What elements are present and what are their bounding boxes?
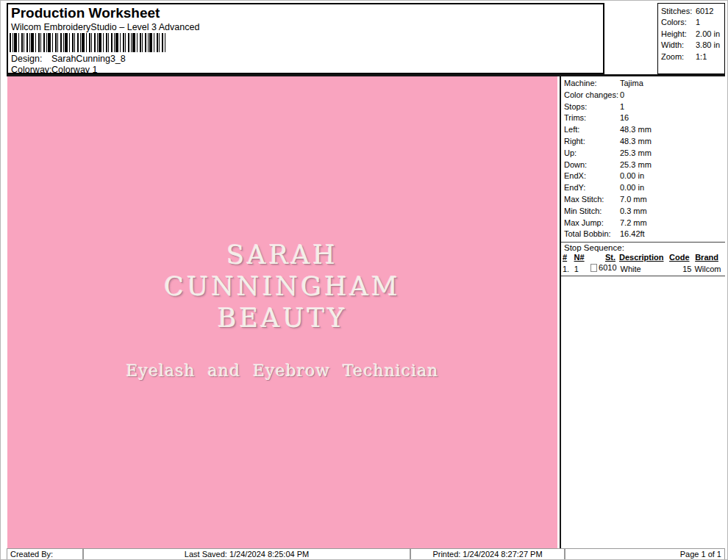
col-header-needle: N# <box>574 253 590 263</box>
machine-row-value: 0 <box>620 90 624 101</box>
stat-label: Zoom: <box>661 51 696 62</box>
page-title: Production Worksheet <box>11 5 160 21</box>
machine-row-label: Left: <box>564 124 620 136</box>
production-worksheet-page: Production Worksheet Wilcom EmbroiderySt… <box>0 0 728 560</box>
machine-row: EndY: 0.00 in <box>561 182 725 194</box>
stop-table-row: 1. 1 6010 White 15 Wilcom <box>561 263 725 275</box>
machine-row-label: Machine: <box>564 78 620 90</box>
stop-row-needle: 1 <box>574 265 590 275</box>
machine-row-value: 0.00 in <box>620 182 644 194</box>
stat-row: Height: 2.00 in <box>661 29 724 40</box>
col-header-num: # <box>563 253 574 263</box>
machine-row-label: Trims: <box>564 112 620 124</box>
header-box: Production Worksheet Wilcom EmbroiderySt… <box>7 3 604 74</box>
machine-rows: Machine: Tajima Color changes: 0 Stops: … <box>561 76 725 240</box>
design-text-line3: BEAUTY <box>7 303 557 334</box>
machine-row: Right: 48.3 mm <box>561 136 725 148</box>
machine-row: Trims: 16 <box>561 112 725 124</box>
stat-label: Stitches: <box>661 6 696 17</box>
machine-row: EndX: 0.00 in <box>561 170 725 182</box>
machine-row: Max Stitch: 7.0 mm <box>561 194 725 206</box>
design-name-value: SarahCunning3_8 <box>51 54 126 64</box>
machine-row-label: Up: <box>564 148 620 159</box>
machine-row-label: Color changes: <box>564 90 620 101</box>
machine-row-label: Total Bobbin: <box>564 229 620 240</box>
stop-row-index: 1. <box>563 265 574 275</box>
design-label: Design: <box>11 54 51 64</box>
machine-row: Total Bobbin: 16.42ft <box>561 229 725 240</box>
machine-row-value: 1 <box>620 101 624 113</box>
machine-row-value: 16.42ft <box>620 229 645 240</box>
stat-value: 2.00 in <box>696 29 720 40</box>
stop-table-bottom-divider <box>561 276 725 276</box>
machine-row-label: EndY: <box>564 182 620 194</box>
col-header-code: Code <box>669 253 692 263</box>
machine-row: Down: 25.3 mm <box>561 159 725 171</box>
stat-label: Width: <box>661 40 696 51</box>
stop-table-header-row: # N# St. Description Code Brand <box>561 253 725 263</box>
footer-printed: Printed: 1/24/2024 8:27:27 PM <box>410 548 565 560</box>
machine-row-label: Right: <box>564 136 620 148</box>
machine-row-label: Min Stitch: <box>564 206 620 218</box>
design-text-line2: CUNNINGHAM <box>7 271 557 303</box>
stat-row: Width: 3.80 in <box>661 40 724 51</box>
stat-row: Zoom: 1:1 <box>661 51 724 62</box>
design-text-line1: SARAH <box>7 240 557 271</box>
machine-row-value: 7.2 mm <box>620 218 647 229</box>
machine-row-label: Down: <box>564 159 620 171</box>
machine-row-value: 25.3 mm <box>620 159 652 171</box>
col-header-st: St. <box>590 253 615 263</box>
machine-row-value: Tajima <box>620 78 643 90</box>
stat-label: Height: <box>661 29 696 40</box>
machine-row-value: 7.0 mm <box>620 194 647 206</box>
machine-row: Min Stitch: 0.3 mm <box>561 206 725 218</box>
stat-value: 1:1 <box>696 51 707 62</box>
footer-created-by: Created By: <box>7 548 83 560</box>
machine-row: Up: 25.3 mm <box>561 148 725 159</box>
machine-row: Machine: Tajima <box>561 78 725 90</box>
colorway-row: Colorway: Colorway 1 <box>11 65 98 75</box>
machine-row-value: 48.3 mm <box>620 136 652 148</box>
barcode-icon <box>10 33 165 52</box>
col-header-description: Description <box>615 253 669 263</box>
col-header-brand: Brand <box>692 253 725 263</box>
stat-label: Colors: <box>661 17 696 28</box>
app-subtitle: Wilcom EmbroideryStudio – Level 3 Advanc… <box>11 22 199 32</box>
stat-value: 3.80 in <box>696 40 720 51</box>
machine-panel: Machine: Tajima Color changes: 0 Stops: … <box>560 76 725 548</box>
design-tagline: Eyelash and Eyebrow Technician <box>7 362 557 381</box>
machine-row-value: 16 <box>620 112 629 124</box>
stat-value: 1 <box>696 17 700 28</box>
machine-row: Stops: 1 <box>561 101 725 113</box>
footer-page-number: Page 1 of 1 <box>565 548 725 560</box>
footer-last-saved: Last Saved: 1/24/2024 8:25:04 PM <box>83 548 410 560</box>
stop-sequence-table: # N# St. Description Code Brand 1. 1 601… <box>561 253 725 274</box>
machine-row: Max Jump: 7.2 mm <box>561 218 725 229</box>
stop-row-description: White <box>617 265 671 275</box>
stat-row: Colors: 1 <box>661 17 724 28</box>
machine-row-value: 0.3 mm <box>620 206 647 218</box>
stop-row-code: 15 <box>671 265 692 275</box>
design-row: Design: SarahCunning3_8 <box>11 54 126 64</box>
design-area: SARAH CUNNINGHAM BEAUTY Eyelash and Eyeb… <box>7 76 557 548</box>
machine-row: Left: 48.3 mm <box>561 124 725 136</box>
machine-row-label: Stops: <box>564 101 620 113</box>
machine-row: Color changes: 0 <box>561 90 725 101</box>
stat-row: Stitches: 6012 <box>661 6 724 17</box>
machine-row-label: Max Jump: <box>564 218 620 229</box>
checkbox-unchecked-icon[interactable] <box>590 264 598 272</box>
stop-row-brand: Wilcom <box>691 265 725 275</box>
colorway-value: Colorway 1 <box>51 65 98 75</box>
machine-row-value: 48.3 mm <box>620 124 652 136</box>
footer: Created By: Last Saved: 1/24/2024 8:25:0… <box>7 548 725 560</box>
stop-row-st: 6010 <box>590 263 617 273</box>
colorway-label: Colorway: <box>11 65 51 75</box>
machine-row-label: EndX: <box>564 170 620 182</box>
stop-row-stitch-code: 6010 <box>599 263 616 273</box>
stop-sequence-label: Stop Sequence: <box>561 243 725 253</box>
machine-row-label: Max Stitch: <box>564 194 620 206</box>
stats-box: Stitches: 6012 Colors: 1 Height: 2.00 in… <box>657 3 725 74</box>
machine-row-value: 0.00 in <box>620 170 644 182</box>
machine-row-value: 25.3 mm <box>620 148 652 159</box>
stat-value: 6012 <box>696 6 713 17</box>
